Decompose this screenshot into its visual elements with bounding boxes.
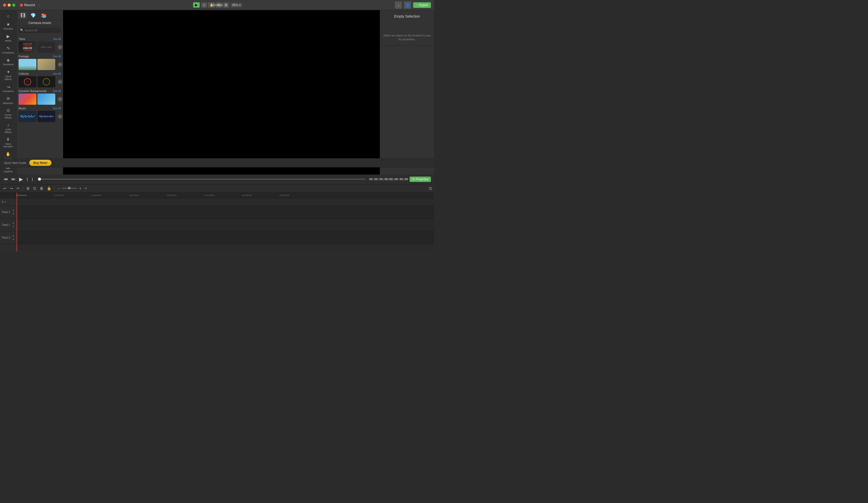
track-3-up[interactable]: ▲ [12,234,15,237]
cut-button[interactable]: ✂ [15,185,21,191]
export-label: Export [419,3,428,7]
sidebar-visual-effects-label: Visual Effects [1,75,15,81]
dynamic-bg-see-all[interactable]: See All [53,90,61,92]
text-tool-button[interactable]: ⊞ [223,2,229,8]
sidebar-item-home[interactable]: ⌂ [0,12,16,20]
footage-thumb-2[interactable] [38,59,55,70]
zoom-out-button[interactable]: − [57,186,61,191]
sidebar-item-visual-effects[interactable]: ✦ Visual Effects [0,68,16,82]
sidebar-item-voice-narration[interactable]: 🎙 Voice Narration [0,136,16,150]
sidebar-item-behaviors[interactable]: ⟳ Behaviors [0,95,16,106]
footage-thumb-1[interactable] [19,59,37,70]
zoom-in-button[interactable]: + [78,186,82,191]
dynamic-bg-thumb-2[interactable] [38,93,55,105]
cursor-effects-icon: ⊙ [7,108,10,113]
ruler-1m: 0:01:00;00 [167,193,176,197]
minimize-button[interactable] [8,3,11,7]
footage-section-header: Footage See All [19,55,61,58]
export-button[interactable]: ↑ Export [413,2,431,8]
sidebar-behaviors-label: Behaviors [3,102,13,105]
footage-next-arrow[interactable]: › [58,62,62,67]
playback-progress[interactable] [38,178,365,179]
step-back-button[interactable]: ⏭ [11,176,16,182]
titles-see-all[interactable]: See All [53,38,61,41]
redo-button[interactable]: ↪ [9,185,14,191]
music-see-all[interactable]: See All [53,107,61,110]
titles-next-arrow[interactable]: › [58,45,62,49]
zoom-control[interactable]: 99% ▾ [230,3,242,7]
animations-icon: ↝ [7,84,10,89]
assets-search-bar[interactable]: 🔍 [19,28,61,33]
paste-button[interactable]: ⊡ [32,185,38,191]
track-1-down[interactable]: ▼ [12,225,15,228]
copy-button[interactable]: ⊞ [25,185,31,191]
music-next-arrow[interactable]: › [58,114,62,119]
track-3-down[interactable]: ▼ [12,238,15,241]
expand-timeline-button[interactable]: ⊡ [429,186,432,190]
title-thumb-1[interactable]: CREATE CREATE CREATE CREATE [19,42,37,53]
step-forward-button[interactable]: ⟨ [26,176,29,183]
delete-button[interactable]: 🗑 [39,185,44,191]
zoom-slider[interactable] [62,188,77,189]
music-thumb-1[interactable] [19,111,37,122]
user-button[interactable]: 👤 [404,1,411,9]
callouts-thumbnails: ← › [19,76,61,88]
media-icon: ▶ [7,34,10,39]
playback-time: 00:00:00;00/00:00:00;00 [369,178,408,181]
ruler-30s: 0:00:30;00 [92,193,101,197]
add-track-button[interactable]: + [84,186,87,191]
track-2-up[interactable]: ▲ [12,209,15,212]
search-input[interactable] [25,29,59,32]
callout-dots-icon [43,78,50,85]
undo-button[interactable]: ↩ [2,185,8,191]
ruler-content: 0:00:00;00 0:00:15;00 0:00:30;00 0:00:45… [17,193,434,198]
sidebar-item-animations[interactable]: ↝ Animations [0,83,16,94]
dynamic-bg-next-arrow[interactable]: › [58,97,62,101]
sidebar-item-audio-effects[interactable]: ♪ Audio Effects [0,121,16,135]
move-tool-button[interactable]: ⊹ [201,2,207,8]
title-thumb-2[interactable]: FIRST / LAST [38,42,55,53]
callouts-next-arrow[interactable]: › [58,80,62,84]
titles-section-header: Titles See All [19,38,61,41]
track-2-down[interactable]: ▼ [12,212,15,215]
select-tool-button[interactable]: ▶ [193,2,200,8]
next-button[interactable]: ⟩ [31,176,34,183]
footage-see-all[interactable]: See All [53,55,61,58]
music-section-title: Music [19,107,26,110]
lock-button[interactable]: 🔒 [45,185,52,191]
music-thumb-2[interactable] [38,111,55,122]
dynamic-bg-section-header: Dynamic Backgrounds See All [19,90,61,92]
track-labels: + ▾ Track 2 ▲ ▼ Track 1 ▲ ▼ [0,198,17,252]
buy-now-button[interactable]: Buy Now! [29,160,51,166]
sidebar-item-annotations[interactable]: ✎ Annotations [0,44,16,56]
callout-thumb-2[interactable] [38,76,55,88]
empty-selection-title: Empty Selection [383,14,431,18]
download-button[interactable]: ↓ [395,1,402,9]
assets-tab-assets[interactable]: 💎 [28,12,38,19]
sidebar-item-favorites[interactable]: ★ Favorites [0,20,16,32]
add-track-btn[interactable]: + [1,199,4,204]
dynamic-bg-thumb-1[interactable] [19,93,37,105]
play-button[interactable]: ▶ [18,175,24,183]
assets-tab-library[interactable]: 📚 [39,12,49,19]
record-button[interactable]: Record [18,2,37,8]
ruler-15s: 0:00:15;00 [54,193,64,197]
assets-tabs: 🎞 💎 📚 [17,10,63,20]
sidebar-item-transitions[interactable]: ◈ Transitions [0,56,16,68]
bottom-bar: Quick Start Guide Buy Now! [0,158,434,167]
track-1-up[interactable]: ▲ [12,222,15,225]
audio-effects-icon: ♪ [7,123,9,127]
callout-thumb-1[interactable]: ← [19,76,37,88]
properties-label: Properties [416,178,428,181]
rewind-button[interactable]: ⏮ [3,176,9,182]
sidebar: ⌂ ★ Favorites ▶ Media ✎ Annotations ◈ Tr… [0,10,17,175]
sidebar-item-media[interactable]: ▶ Media [0,32,16,44]
behaviors-icon: ⟳ [7,96,10,101]
maximize-button[interactable] [12,3,15,7]
sidebar-item-cursor-effects[interactable]: ⊙ Cursor Effects [0,106,16,121]
assets-tab-media[interactable]: 🎞 [19,12,27,19]
callouts-see-all[interactable]: See All [53,72,61,75]
properties-button[interactable]: ⚙ Properties [410,177,431,182]
playback-bar: ⏮ ⏭ ▶ ⟨ ⟩ 00:00:00;00/00:00:00;00 ⚙ Prop… [0,175,434,184]
close-button[interactable] [3,3,6,7]
